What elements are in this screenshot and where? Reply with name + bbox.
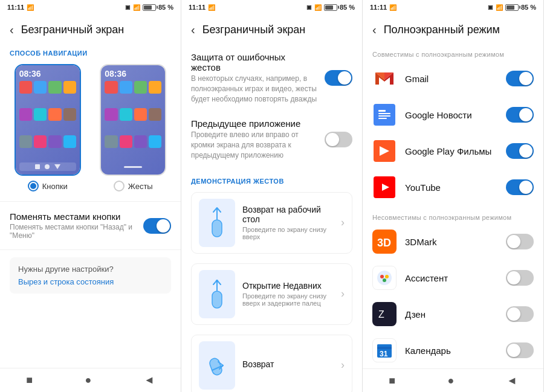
swap-title: Поменять местами кнопки [10, 211, 143, 222]
svg-text:Z: Z [378, 309, 384, 320]
app-row-gnews: Google Новости [363, 97, 543, 133]
zen-label: Дзен [405, 309, 497, 320]
battery-percent-2: 85 % [340, 4, 355, 11]
svg-rect-10 [378, 113, 390, 114]
3dmark-icon: 3D [372, 230, 397, 254]
app-row-youtube: YouTube [363, 169, 543, 205]
battery-percent-1: 85 % [158, 4, 173, 11]
wifi-icon-2: 📶 [314, 4, 322, 11]
gplay-toggle[interactable] [506, 143, 534, 159]
wifi-icon-1: 📶 [133, 4, 140, 11]
radio-buttons[interactable]: Кнопки [28, 181, 68, 191]
bottom-bar-3: ■ ● ◄ [363, 368, 543, 392]
app-row-zen: Z Дзен [363, 296, 543, 332]
radio-gestures[interactable]: Жесты [114, 181, 153, 191]
circle-button-1[interactable]: ● [85, 374, 92, 387]
incompat-section-label: Несовместимы с полноэкранным режимом [363, 208, 543, 223]
nav-options-container: 08:36 [0, 59, 181, 199]
gmail-toggle[interactable] [506, 71, 534, 86]
3dmark-toggle[interactable] [506, 234, 534, 249]
gesture-recents-title: Открытие Недавних [242, 281, 334, 291]
back-button-1[interactable]: ‹ [10, 23, 14, 37]
page-title-3: Полноэкранный режим [384, 24, 500, 36]
svg-rect-11 [378, 115, 390, 117]
prev-app-toggle[interactable] [325, 132, 352, 147]
protection-toggle[interactable] [325, 70, 352, 86]
battery-percent-3: 85 % [521, 4, 536, 11]
gnews-icon [372, 103, 397, 127]
option-buttons-label: Кнопки [42, 182, 68, 191]
time-1: 11:11 [7, 4, 24, 11]
gesture-recents[interactable]: Открытие Недавних Проведите по экрану сн… [191, 263, 352, 325]
setting-prev-app: Предыдущее приложение Проведите влево ил… [181, 111, 362, 167]
youtube-toggle[interactable] [506, 179, 534, 195]
gesture-back[interactable]: Возврат › [191, 335, 352, 392]
phone-preview-gestures: 08:36 [100, 64, 166, 176]
svg-point-21 [383, 278, 386, 282]
svg-rect-9 [378, 110, 386, 112]
gesture-home-title: Возврат на рабочий стол [242, 205, 334, 224]
app-row-assistant: Ассистент [363, 260, 543, 296]
circle-button-3[interactable]: ● [448, 374, 455, 387]
status-bar-3: 11:11 📶 ▣ 📶 85 % [363, 0, 543, 14]
back-button-3[interactable]: ‹ [372, 23, 377, 37]
square-button-3[interactable]: ■ [389, 374, 395, 387]
gmail-icon [372, 66, 397, 91]
gnews-label: Google Новости [405, 110, 497, 120]
square-button-1[interactable]: ■ [26, 374, 33, 387]
swap-desc: Поменять местами кнопки "Назад" и "Меню" [10, 223, 143, 240]
svg-point-4 [216, 280, 218, 282]
svg-text:3D: 3D [377, 237, 391, 249]
nav-section-label: СПОСОБ НАВИГАЦИИ [0, 45, 181, 59]
info-question: Нужны другие настройки? [18, 265, 163, 274]
app-row-calendar: 31 Календарь [363, 332, 543, 368]
page-title-1: Безграничный экран [21, 24, 125, 36]
back-nav-button-3[interactable]: ◄ [507, 374, 517, 387]
wifi-icon-3: 📶 [496, 4, 503, 11]
time-3: 11:11 [370, 4, 387, 11]
preview-time-buttons: 08:36 [19, 69, 76, 79]
assistant-icon [372, 266, 397, 290]
battery-icon-1 [143, 4, 156, 11]
gesture-home-icon-box [199, 199, 235, 247]
svg-rect-2 [212, 291, 222, 308]
calendar-toggle[interactable] [506, 342, 534, 358]
signal-icon-2: 📶 [208, 4, 215, 11]
sim-icon-3: ▣ [488, 4, 493, 10]
signal-icon-3: 📶 [389, 4, 397, 11]
page-title-2: Безграничный экран [202, 24, 306, 36]
panel-fullscreen: 11:11 📶 ▣ 📶 85 % ‹ Полноэкранный режим С… [363, 0, 544, 392]
nav-option-gestures[interactable]: 08:36 [96, 64, 172, 191]
gesture-back-icon-box [199, 341, 235, 390]
back-nav-button-1[interactable]: ◄ [144, 374, 155, 387]
battery-icon-2 [324, 4, 337, 11]
app-row-3dmark: 3D 3DMark [363, 223, 543, 260]
svg-point-20 [385, 275, 389, 278]
zen-icon: Z [372, 302, 397, 326]
top-nav-1: ‹ Безграничный экран [0, 14, 181, 45]
nav-option-buttons[interactable]: 08:36 [10, 64, 86, 191]
top-nav-2: ‹ Безграничный экран [181, 14, 362, 45]
gesture-home[interactable]: Возврат на рабочий стол Проведите по экр… [191, 192, 352, 254]
gnews-toggle[interactable] [506, 107, 534, 123]
gesture-home-arrow: › [341, 216, 345, 229]
calendar-label: Календарь [405, 345, 497, 356]
back-button-2[interactable]: ‹ [191, 23, 195, 37]
panel-settings: 11:11 📶 ▣ 📶 85 % ‹ Безграничный экран За… [181, 0, 363, 392]
option-gestures-label: Жесты [128, 182, 153, 191]
setting-gestures-protection: Защита от ошибочных жестов В некоторых с… [181, 45, 362, 111]
zen-toggle[interactable] [506, 306, 534, 322]
top-nav-3: ‹ Полноэкранный режим [363, 14, 543, 45]
info-link[interactable]: Вырез и строка состояния [18, 277, 163, 286]
sim-icon-2: ▣ [306, 4, 312, 10]
gplay-label: Google Play Фильмы [405, 146, 497, 156]
svg-rect-12 [378, 118, 387, 119]
assistant-toggle[interactable] [506, 270, 534, 286]
app-row-gplay: Google Play Фильмы [363, 133, 543, 169]
preview-time-gestures: 08:36 [105, 69, 161, 79]
status-bar-1: 11:11 📶 ▣ 📶 85 % [0, 0, 181, 14]
swap-toggle[interactable] [143, 218, 171, 234]
gesture-back-arrow: › [341, 359, 345, 371]
swipe-side-icon [205, 347, 229, 384]
calendar-icon: 31 [372, 338, 397, 362]
